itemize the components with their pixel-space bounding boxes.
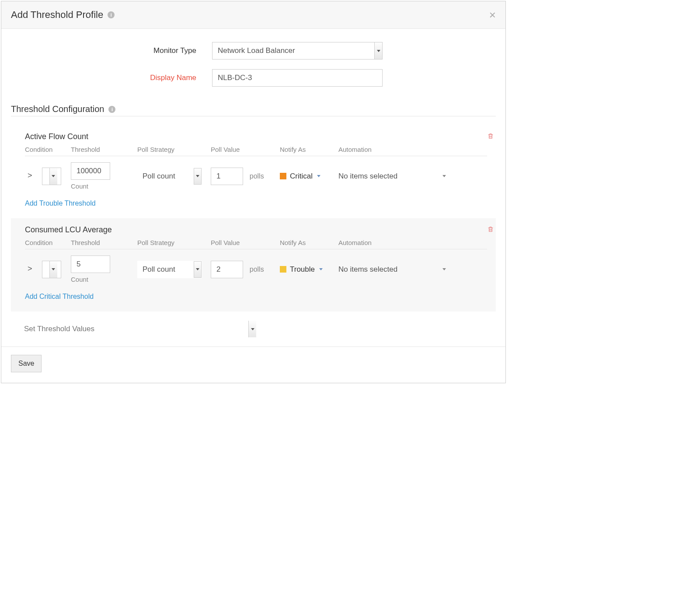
set-threshold-select[interactable]: Set Threshold Values (19, 320, 257, 338)
col-poll-value: Poll Value (211, 146, 280, 153)
automation-cell: No items selected (338, 265, 487, 274)
poll-strategy-cell: Poll count (137, 261, 211, 278)
poll-value-input[interactable] (211, 168, 243, 185)
trash-icon[interactable] (487, 225, 494, 235)
notify-as-select[interactable]: Trouble (280, 265, 338, 274)
col-automation: Automation (338, 146, 487, 153)
threshold-block: Active Flow Count Condition Threshold Po… (11, 125, 496, 218)
threshold-cell: Count (71, 256, 137, 283)
divider (11, 116, 496, 116)
col-notify-as: Notify As (280, 146, 338, 153)
set-threshold-value: Set Threshold Values (19, 320, 257, 338)
threshold-title: Consumed LCU Average (25, 225, 487, 234)
col-threshold: Threshold (71, 239, 137, 246)
notify-label: Critical (290, 172, 313, 181)
poll-strategy-value: Poll count (137, 168, 202, 185)
chevron-down-icon (442, 175, 446, 177)
threshold-row: > Count Poll count (25, 156, 487, 190)
display-name-label: Display Name (11, 74, 212, 82)
poll-strategy-value: Poll count (137, 261, 202, 278)
severity-color-icon (280, 173, 286, 179)
threshold-unit: Count (71, 182, 137, 190)
col-condition: Condition (25, 146, 71, 153)
col-poll-strategy: Poll Strategy (137, 239, 211, 246)
add-critical-threshold-link[interactable]: Add Critical Threshold (25, 293, 94, 301)
automation-value: No items selected (338, 172, 397, 181)
condition-symbol: > (25, 264, 40, 273)
monitor-type-row: Monitor Type Network Load Balancer (11, 42, 496, 60)
monitor-type-value: Network Load Balancer (212, 42, 383, 60)
threshold-row: > Count Poll count (25, 249, 487, 283)
automation-select[interactable]: No items selected (338, 172, 446, 181)
poll-strategy-select[interactable]: Poll count (137, 168, 202, 185)
notify-as-select[interactable]: Critical (280, 172, 338, 181)
threshold-input[interactable] (71, 256, 110, 273)
add-trouble-threshold-link[interactable]: Add Trouble Threshold (25, 200, 96, 207)
column-headers: Condition Threshold Poll Strategy Poll V… (25, 239, 487, 249)
monitor-type-label: Monitor Type (11, 46, 212, 55)
monitor-type-select[interactable]: Network Load Balancer (212, 42, 383, 60)
condition-select[interactable] (42, 261, 58, 278)
modal-header: Add Threshold Profile i × (1, 1, 505, 29)
chevron-down-icon (319, 268, 323, 270)
condition-cell: > (25, 261, 71, 278)
col-poll-strategy: Poll Strategy (137, 146, 211, 153)
column-headers: Condition Threshold Poll Strategy Poll V… (25, 146, 487, 156)
col-notify-as: Notify As (280, 239, 338, 246)
polls-label: polls (250, 266, 264, 273)
automation-value: No items selected (338, 265, 397, 274)
section-header: Threshold Configuration i (11, 104, 496, 114)
poll-strategy-select[interactable]: Poll count (137, 261, 202, 278)
notify-cell: Trouble (280, 265, 338, 274)
notify-cell: Critical (280, 172, 338, 181)
polls-label: polls (250, 172, 264, 180)
notify-label: Trouble (290, 265, 315, 274)
poll-value-cell: polls (211, 261, 280, 278)
severity-color-icon (280, 266, 286, 273)
automation-cell: No items selected (338, 172, 487, 181)
col-threshold: Threshold (71, 146, 137, 153)
condition-cell: > (25, 168, 71, 185)
save-button[interactable]: Save (11, 355, 42, 372)
automation-select[interactable]: No items selected (338, 265, 446, 274)
section-title: Threshold Configuration (11, 104, 104, 114)
col-poll-value: Poll Value (211, 239, 280, 246)
display-name-row: Display Name (11, 69, 496, 87)
info-icon[interactable]: i (108, 106, 115, 113)
modal: Add Threshold Profile i × Monitor Type N… (1, 1, 506, 383)
poll-value-input[interactable] (211, 261, 243, 278)
modal-title-wrap: Add Threshold Profile i (11, 9, 115, 21)
threshold-cell: Count (71, 162, 137, 190)
display-name-input[interactable] (212, 69, 383, 87)
threshold-input[interactable] (71, 162, 110, 180)
modal-footer: Save (1, 346, 505, 383)
modal-title: Add Threshold Profile (11, 9, 103, 21)
threshold-unit: Count (71, 276, 137, 283)
col-automation: Automation (338, 239, 487, 246)
condition-select[interactable] (42, 168, 58, 185)
info-icon[interactable]: i (108, 11, 115, 18)
threshold-block: Consumed LCU Average Condition Threshold… (11, 218, 496, 312)
condition-symbol: > (25, 171, 40, 180)
chevron-down-icon (317, 175, 320, 177)
poll-value-cell: polls (211, 168, 280, 185)
close-icon[interactable]: × (489, 9, 496, 21)
trash-icon[interactable] (487, 132, 494, 142)
threshold-title: Active Flow Count (25, 132, 487, 141)
col-condition: Condition (25, 239, 71, 246)
chevron-down-icon (442, 268, 446, 270)
modal-body: Monitor Type Network Load Balancer Displ… (1, 29, 505, 346)
poll-strategy-cell: Poll count (137, 168, 211, 185)
